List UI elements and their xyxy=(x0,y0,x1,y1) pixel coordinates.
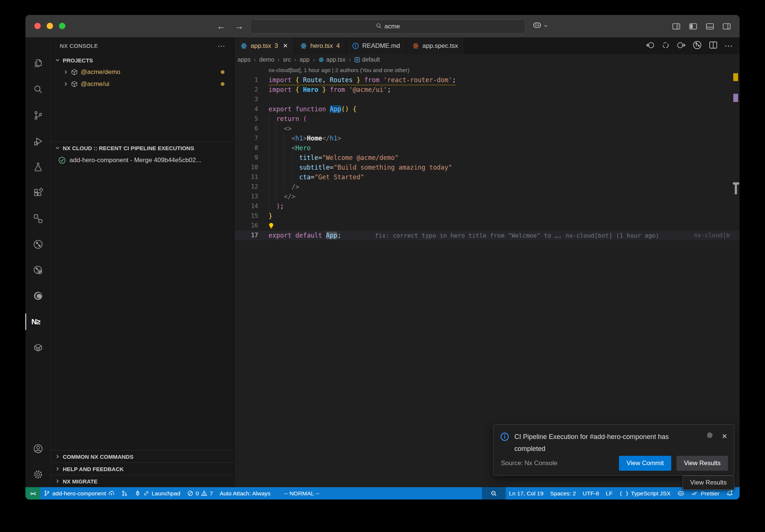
code-line-10[interactable]: 10 subtitle="Build something amazing tod… xyxy=(235,163,740,172)
code-line-11[interactable]: 11 cta="Get Started" xyxy=(235,172,740,182)
eol-status-item[interactable]: LF xyxy=(603,487,616,499)
react-icon xyxy=(412,43,419,49)
tab-app-spec-tsx[interactable]: app.spec.tsx xyxy=(406,37,464,54)
project-item-acme-demo[interactable]: @acme/demo xyxy=(51,66,234,78)
nx-project-graph-icon[interactable] xyxy=(25,231,51,257)
code-line-9[interactable]: 9 title="Welcome @acme/demo" xyxy=(235,153,740,163)
modified-dot xyxy=(221,70,224,74)
run-debug-icon[interactable] xyxy=(25,128,51,154)
pipeline-execution-item[interactable]: add-hero-component - Merge 409b44e5cb02.… xyxy=(51,154,234,167)
problems-status-item[interactable]: 0 7 xyxy=(184,487,216,499)
toggle-primary-sidebar-icon[interactable] xyxy=(688,22,698,31)
code-line-12[interactable]: 12 /> xyxy=(235,182,740,192)
sidebar-more-actions-icon[interactable]: ⋯ xyxy=(218,41,225,50)
references-icon[interactable] xyxy=(25,205,51,231)
editor-group: app.tsx 3 ✕ hero.tsx 4 README.md app.spe… xyxy=(235,37,740,487)
common-nx-commands-section[interactable]: COMMON NX COMMANDS xyxy=(51,450,234,463)
zoom-status-item[interactable] xyxy=(482,487,506,499)
close-tab-icon[interactable]: ✕ xyxy=(283,42,288,49)
cursor-position-status-item[interactable]: Ln 17, Col 19 xyxy=(506,487,547,499)
navigate-forward-icon[interactable] xyxy=(676,40,686,52)
source-control-icon[interactable] xyxy=(25,102,51,128)
launchpad-status-item[interactable]: Launchpad xyxy=(131,487,184,499)
line-number: 12 xyxy=(235,182,258,192)
code-line-15[interactable]: 15} xyxy=(235,211,740,221)
zoom-window-button[interactable] xyxy=(59,23,65,29)
chevron-down-icon xyxy=(55,58,60,62)
code-line-3[interactable]: 3 xyxy=(235,95,740,104)
nx-console-icon[interactable]: N≥ xyxy=(25,309,51,334)
project-item-acme-ui[interactable]: @acme/ui xyxy=(51,78,234,90)
code-line-6[interactable]: 6 <> xyxy=(235,124,740,133)
view-commit-button[interactable]: View Commit xyxy=(619,456,671,471)
code-line-8[interactable]: 8 <Hero xyxy=(235,143,740,153)
code-line-7[interactable]: 7 <h1>Home</h1> xyxy=(235,133,740,143)
toggle-secondary-sidebar-icon[interactable] xyxy=(722,22,731,31)
run-file-icon[interactable] xyxy=(692,40,702,52)
nx-cloud-section-header[interactable]: NX CLOUD :: RECENT CI PIPELINE EXECUTION… xyxy=(51,142,234,154)
link-icon xyxy=(143,490,149,497)
overview-ruler[interactable] xyxy=(732,65,740,487)
package-icon xyxy=(71,69,78,75)
tab-hero-tsx[interactable]: hero.tsx 4 xyxy=(294,37,346,54)
containers-icon[interactable] xyxy=(25,334,51,360)
help-and-feedback-section[interactable]: HELP AND FEEDBACK xyxy=(51,463,234,475)
code-line-13[interactable]: 13 </> xyxy=(235,192,740,201)
code-line-5[interactable]: 5 return ( xyxy=(235,114,740,124)
source-control-status-item[interactable] xyxy=(118,487,131,499)
line-number: 5 xyxy=(235,114,258,124)
explorer-icon[interactable] xyxy=(25,51,51,77)
nx-task-graph-icon[interactable] xyxy=(25,257,51,283)
rocket-icon xyxy=(134,490,141,497)
code-line-2[interactable]: 2import { Hero } from '@acme/ui'; xyxy=(235,85,740,95)
errors-icon xyxy=(187,490,193,497)
code-line-16[interactable]: 16 xyxy=(235,221,740,231)
customize-layout-icon[interactable] xyxy=(672,22,681,31)
settings-gear-icon[interactable] xyxy=(25,461,51,487)
history-back-button[interactable]: ← xyxy=(217,21,226,31)
indentation-status-item[interactable]: Spaces: 2 xyxy=(547,487,579,499)
line-number: 10 xyxy=(235,163,258,172)
tab-readme-md[interactable]: README.md xyxy=(346,37,406,54)
notification-settings-gear-icon[interactable] xyxy=(706,432,713,441)
tab-app-tsx[interactable]: app.tsx 3 ✕ xyxy=(235,37,294,54)
navigate-dot-icon[interactable] xyxy=(662,41,670,51)
more-actions-icon[interactable]: ⋯ xyxy=(724,41,733,51)
cursor-marker xyxy=(735,185,737,194)
navigate-back-icon[interactable] xyxy=(645,40,655,52)
extensions-icon[interactable] xyxy=(25,180,51,205)
modified-dot xyxy=(221,82,224,86)
branch-status-item[interactable]: add-hero-component xyxy=(40,487,118,499)
toggle-panel-icon[interactable] xyxy=(705,22,715,31)
nx-migrate-section[interactable]: NX MIGRATE xyxy=(51,475,234,487)
code-line-1[interactable]: 1import { Route, Routes } from 'react-ro… xyxy=(235,75,740,85)
view-results-button[interactable]: View Results xyxy=(676,456,728,471)
encoding-status-item[interactable]: UTF-8 xyxy=(579,487,603,499)
edge-browser-icon[interactable] xyxy=(25,283,51,309)
command-center-search[interactable]: acme xyxy=(250,19,526,34)
line-number: 6 xyxy=(235,124,258,133)
tab-bar: app.tsx 3 ✕ hero.tsx 4 README.md app.spe… xyxy=(235,37,740,54)
projects-section-header[interactable]: PROJECTS xyxy=(51,54,234,66)
testing-icon[interactable] xyxy=(25,154,51,180)
code-line-4[interactable]: 4export function App() { xyxy=(235,104,740,114)
copilot-menu[interactable] xyxy=(532,21,548,32)
code-area[interactable]: nx-cloud[bot], 1 hour ago | 2 authors (Y… xyxy=(235,65,740,487)
minimize-window-button[interactable] xyxy=(47,23,53,29)
remote-indicator[interactable]: >< xyxy=(25,487,40,499)
line-number: 13 xyxy=(235,192,258,201)
vim-mode-status-item[interactable]: -- NORMAL -- xyxy=(281,487,323,499)
history-forward-button[interactable]: → xyxy=(235,21,244,31)
close-window-button[interactable] xyxy=(34,23,41,29)
breadcrumb[interactable]: apps› demo› src› app› app.tsx › default xyxy=(235,54,740,65)
notification-close-icon[interactable]: ✕ xyxy=(722,432,727,440)
sidebar-nx-console: NX CONSOLE ⋯ PROJECTS @acme/demo @acme/u… xyxy=(51,37,235,487)
code-line-14[interactable]: 14 ); xyxy=(235,201,740,211)
code-line-17[interactable]: 17export default App;fix: correct typo i… xyxy=(235,231,740,240)
search-sidebar-icon[interactable] xyxy=(25,77,51,102)
split-editor-icon[interactable] xyxy=(709,40,718,51)
language-status-item[interactable]: { } TypeScript JSX xyxy=(616,487,674,499)
account-icon[interactable] xyxy=(25,436,51,461)
auto-attach-status-item[interactable]: Auto Attach: Always xyxy=(216,487,274,499)
warnings-icon xyxy=(201,490,207,497)
